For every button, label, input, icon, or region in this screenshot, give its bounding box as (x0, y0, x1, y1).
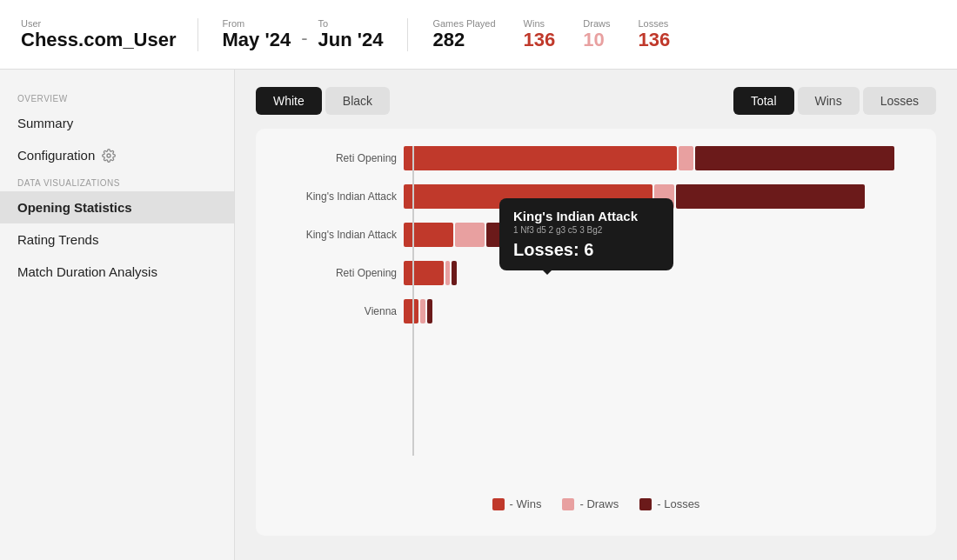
bar-track (404, 299, 919, 323)
draws-color-swatch (562, 498, 574, 510)
data-viz-label: Data Visualizations (0, 171, 234, 191)
tab-white[interactable]: White (256, 87, 322, 115)
sidebar-item-rating-trends[interactable]: Rating Trends (0, 223, 234, 256)
chart-legend: - Wins - Draws - Losses (273, 497, 919, 510)
losses-color-swatch (639, 498, 652, 510)
wins-value: 136 (524, 29, 556, 51)
svg-point-0 (107, 154, 110, 157)
games-played-value: 282 (432, 29, 495, 51)
bar-wins-segment (404, 223, 453, 247)
sidebar-rating-trends-label: Rating Trends (17, 232, 98, 247)
from-date: May '24 (223, 29, 291, 51)
username: Chess.com_User (21, 29, 177, 51)
bar-losses-segment (452, 261, 457, 285)
draws-value: 10 (583, 29, 610, 51)
sidebar-configuration-label: Configuration (17, 148, 95, 163)
bar-wins-segment (404, 261, 444, 285)
to-label: To (318, 18, 384, 29)
bar-label: Reti Opening (273, 152, 404, 164)
date-separator: - (301, 27, 307, 51)
sidebar-item-summary[interactable]: Summary (0, 107, 234, 139)
from-date-group: From May '24 (223, 18, 291, 51)
to-date-group: To Jun '24 (318, 18, 384, 51)
wins-label: Wins (524, 18, 556, 29)
tab-losses[interactable]: Losses (863, 87, 936, 115)
tab-total[interactable]: Total (733, 87, 794, 115)
wins-color-swatch (492, 498, 505, 510)
main-layout: Overview Summary Configuration Data Visu… (0, 70, 957, 560)
user-info: User Chess.com_User (21, 18, 198, 51)
bar-draws-segment (679, 146, 693, 170)
sidebar-item-configuration[interactable]: Configuration (0, 139, 234, 171)
bar-losses-segment (676, 184, 865, 209)
sidebar-item-opening-statistics[interactable]: Opening Statistics (0, 191, 234, 223)
losses-stat: Losses 136 (638, 18, 670, 51)
filter-tab-group: Total Wins Losses (733, 87, 936, 115)
tooltip: King's Indian Attack 1 Nf3 d5 2 g3 c5 3 … (499, 198, 673, 270)
legend-wins: - Wins (492, 497, 542, 510)
app-header: User Chess.com_User From May '24 - To Ju… (0, 0, 957, 70)
tooltip-subtitle: 1 Nf3 d5 2 g3 c5 3 Bg2 (513, 225, 659, 235)
chart-vline (412, 146, 414, 456)
bar-label: Reti Opening (273, 267, 404, 279)
tooltip-title: King's Indian Attack (513, 209, 659, 223)
games-played-stat: Games Played 282 (432, 18, 495, 51)
losses-legend-label: - Losses (657, 497, 699, 510)
color-tab-group: White Black (256, 87, 390, 115)
bar-losses-segment (695, 146, 894, 170)
bar-wins-segment (404, 299, 418, 323)
losses-label: Losses (638, 18, 670, 29)
chart-bar-row: Reti Opening (273, 146, 919, 170)
bar-track (404, 146, 919, 170)
bar-label: King's Indian Attack (273, 229, 404, 241)
draws-stat: Draws 10 (583, 18, 610, 51)
date-range: From May '24 - To Jun '24 (198, 18, 409, 51)
gear-icon (102, 149, 116, 163)
chart-bar-row: Vienna (273, 299, 919, 323)
stats-group: Games Played 282 Wins 136 Draws 10 Losse… (408, 18, 670, 51)
wins-legend-label: - Wins (510, 497, 542, 510)
legend-losses: - Losses (639, 497, 699, 510)
to-date: Jun '24 (318, 29, 384, 51)
draws-label: Draws (583, 18, 610, 29)
bar-losses-segment (427, 299, 432, 323)
user-label: User (21, 18, 177, 29)
sidebar-match-duration-label: Match Duration Analysis (17, 264, 157, 279)
from-label: From (223, 18, 291, 29)
losses-value: 136 (638, 29, 670, 51)
sidebar-opening-statistics-label: Opening Statistics (17, 200, 132, 215)
sidebar: Overview Summary Configuration Data Visu… (0, 70, 235, 560)
bar-draws-segment (455, 223, 485, 247)
sidebar-item-match-duration[interactable]: Match Duration Analysis (0, 256, 234, 288)
tab-wins[interactable]: Wins (798, 87, 860, 115)
tooltip-stat-label: Losses: (513, 240, 579, 259)
tab-bar: White Black Total Wins Losses (256, 87, 936, 115)
sidebar-summary-label: Summary (17, 116, 73, 130)
content-area: White Black Total Wins Losses Reti Openi… (235, 70, 957, 560)
legend-draws: - Draws (562, 497, 619, 510)
games-played-label: Games Played (432, 18, 495, 29)
draws-legend-label: - Draws (579, 497, 619, 510)
tooltip-stat: Losses: 6 (513, 240, 659, 260)
tooltip-stat-value: 6 (584, 240, 593, 259)
bar-wins-segment (404, 146, 677, 170)
bar-label: King's Indian Attack (273, 190, 404, 203)
wins-stat: Wins 136 (524, 18, 556, 51)
tab-black[interactable]: Black (325, 87, 390, 115)
chart-container: Reti OpeningKing's Indian AttackKing's I… (256, 129, 936, 536)
bar-label: Vienna (273, 305, 404, 317)
overview-section-label: Overview (0, 87, 234, 107)
bar-draws-segment (420, 299, 425, 323)
bar-draws-segment (445, 261, 451, 285)
